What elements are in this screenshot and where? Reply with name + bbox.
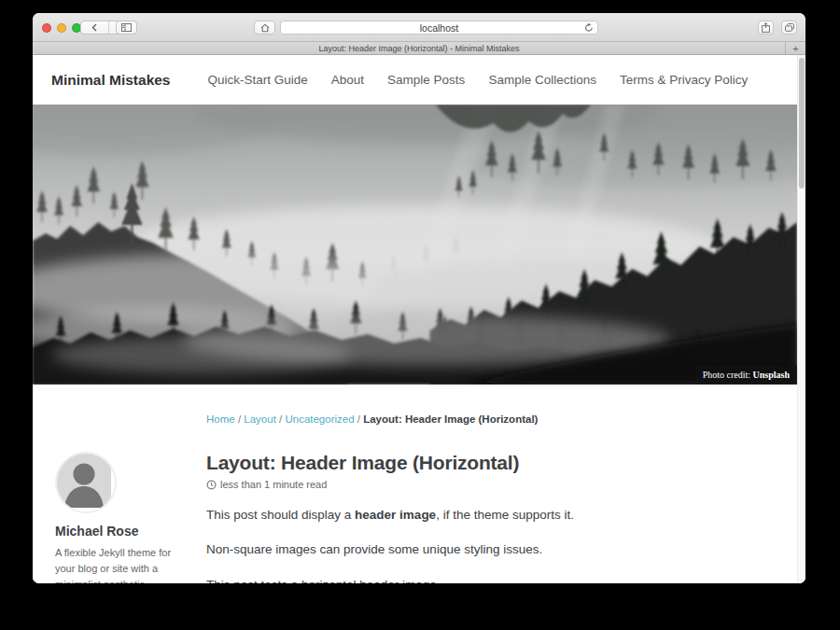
close-window-icon[interactable]: [42, 23, 51, 33]
breadcrumb-home[interactable]: Home: [206, 413, 235, 425]
minimize-window-icon[interactable]: [57, 23, 66, 33]
site-title-link[interactable]: Minimal Mistakes: [51, 72, 171, 89]
nav-item-terms-privacy[interactable]: Terms & Privacy Policy: [620, 73, 748, 87]
paragraph-text: Non-square images can provide some uniqu…: [206, 542, 542, 556]
breadcrumb-layout[interactable]: Layout: [244, 413, 276, 425]
avatar: [55, 452, 117, 513]
site-masthead: Minimal Mistakes Quick-Start Guide About…: [33, 55, 805, 105]
photo-credit: Photo credit: Unsplash: [695, 366, 797, 385]
breadcrumb: Home / Layout / Uncategorized / Layout: …: [206, 413, 805, 425]
breadcrumb-separator: /: [238, 413, 241, 425]
breadcrumb-current: Layout: Header Image (Horizontal): [363, 413, 538, 425]
author-bio: A flexible Jekyll theme for your blog or…: [55, 545, 178, 583]
new-tab-button[interactable]: +: [785, 42, 805, 54]
photo-credit-prefix: Photo credit:: [703, 370, 753, 380]
clock-icon: [206, 480, 217, 490]
foggy-forest-illustration: [33, 105, 797, 385]
breadcrumb-uncategorized[interactable]: Uncategorized: [285, 413, 354, 425]
paragraph-bold-text: header image: [355, 508, 436, 522]
read-time: less than 1 minute read: [206, 479, 774, 490]
show-all-tabs-button[interactable]: [781, 21, 797, 35]
article: Layout: Header Image (Horizontal) less t…: [206, 452, 805, 583]
nav-item-sample-posts[interactable]: Sample Posts: [387, 73, 465, 87]
author-name: Michael Rose: [55, 524, 206, 539]
back-button[interactable]: [81, 21, 108, 34]
nav-item-quick-start-guide[interactable]: Quick-Start Guide: [208, 73, 308, 87]
sidebar-toggle-button[interactable]: [116, 21, 137, 35]
paragraph: Non-square images can provide some uniqu…: [206, 540, 774, 559]
home-icon: [260, 23, 270, 33]
header-image: Photo credit: Unsplash: [33, 105, 797, 385]
read-time-text: less than 1 minute read: [220, 479, 327, 490]
breadcrumb-separator: /: [279, 413, 282, 425]
photo-credit-link[interactable]: Unsplash: [753, 370, 790, 380]
address-bar[interactable]: localhost: [280, 21, 598, 35]
paragraph-text: This post tests a horizontal header imag…: [206, 578, 441, 584]
paragraph: This post should display a header image,…: [206, 506, 774, 525]
home-button[interactable]: [254, 21, 275, 35]
reload-button[interactable]: [584, 22, 594, 33]
paragraph-text: This post should display a: [206, 508, 355, 522]
paragraph-text: , if the theme supports it.: [436, 508, 574, 522]
scrollbar-track[interactable]: [797, 55, 805, 583]
person-silhouette-icon: [57, 454, 111, 508]
nav-item-about[interactable]: About: [331, 73, 364, 87]
sidebar-panel-icon: [121, 23, 132, 32]
scrollbar-thumb[interactable]: [799, 58, 805, 189]
site-nav: Quick-Start Guide About Sample Posts Sam…: [208, 73, 749, 87]
breadcrumb-separator: /: [357, 413, 360, 425]
url-text: localhost: [420, 22, 458, 34]
author-sidebar: Michael Rose A flexible Jekyll theme for…: [33, 452, 206, 583]
share-icon: [762, 22, 770, 33]
reload-icon: [584, 22, 594, 33]
safari-window: localhost Layout: Header Image (: [33, 13, 805, 583]
browser-titlebar: localhost: [33, 13, 805, 42]
back-chevron-icon: [91, 23, 98, 32]
paragraph: This post tests a horizontal header imag…: [206, 576, 774, 584]
share-button[interactable]: [758, 21, 774, 35]
window-controls: [42, 23, 81, 33]
tab-bar: Layout: Header Image (Horizontal) - Mini…: [33, 42, 805, 55]
tabs-overview-icon: [785, 23, 794, 32]
page-title: Layout: Header Image (Horizontal): [206, 452, 774, 474]
nav-item-sample-collections[interactable]: Sample Collections: [488, 73, 596, 87]
web-page: Minimal Mistakes Quick-Start Guide About…: [33, 55, 805, 583]
active-tab[interactable]: Layout: Header Image (Horizontal) - Mini…: [318, 44, 519, 53]
